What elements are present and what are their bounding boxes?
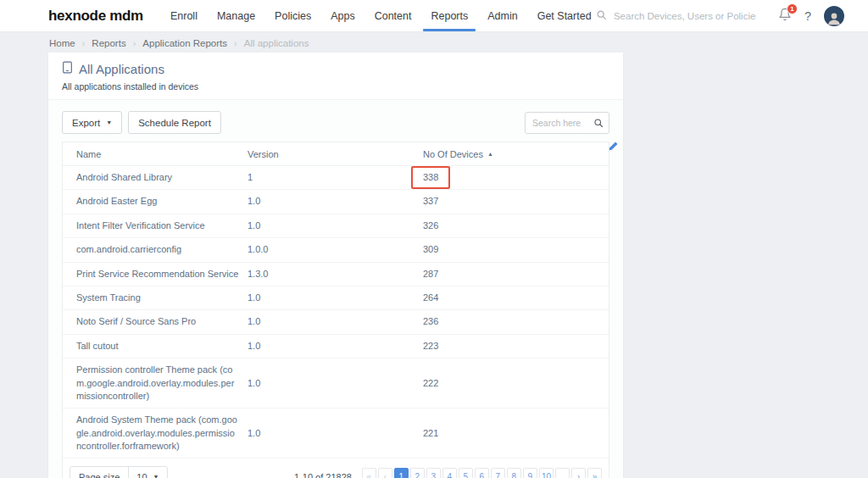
app-name: com.android.carrierconfig [76, 243, 248, 256]
breadcrumb-application-reports[interactable]: Application Reports [142, 38, 227, 48]
export-button-label: Export [72, 118, 100, 128]
device-count: 222 [423, 377, 609, 390]
report-card: All Applications All applications instal… [48, 53, 623, 478]
breadcrumb-separator: › [82, 38, 86, 48]
search-icon[interactable] [593, 118, 604, 128]
app-name: Android System Theme pack (com.google.an… [76, 414, 248, 453]
page-button-7[interactable]: 7 [491, 468, 505, 478]
pagination-ellipsis-button[interactable]: ... [555, 468, 570, 478]
app-name: Android Shared Library [76, 171, 248, 184]
edit-columns-icon[interactable] [608, 140, 619, 155]
table-row[interactable]: Android System Theme pack (com.google.an… [63, 409, 609, 459]
schedule-report-button[interactable]: Schedule Report [128, 111, 221, 134]
table-row[interactable]: com.android.carrierconfig 1.0.0 309 [63, 238, 609, 262]
device-count: 338 [423, 172, 438, 182]
next-page-button[interactable]: › [571, 468, 586, 478]
page-button-8[interactable]: 8 [507, 468, 521, 478]
prev-page-button[interactable]: ‹ [378, 468, 392, 478]
device-count: 221 [423, 427, 609, 440]
report-toolbar: Export ▼ Schedule Report [62, 111, 609, 134]
device-count: 223 [423, 340, 609, 353]
device-count: 287 [423, 268, 609, 281]
breadcrumb: Home › Reports › Application Reports › A… [0, 32, 868, 53]
page-size-value: 10 [136, 472, 147, 478]
table-row[interactable]: Android Shared Library 1 338 [63, 166, 609, 190]
page-button-6[interactable]: 6 [475, 468, 489, 478]
navbar-right: 1 ? [596, 6, 844, 26]
page-button-2[interactable]: 2 [410, 468, 425, 478]
table-row[interactable]: Tall cutout 1.0 223 [63, 335, 609, 358]
app-name: Tall cutout [76, 340, 248, 353]
column-header-version[interactable]: Version [248, 149, 423, 159]
page-button-4[interactable]: 4 [442, 468, 457, 478]
column-header-devices-label: No Of Devices [423, 149, 483, 159]
first-page-button[interactable]: « [362, 468, 376, 478]
global-search-input[interactable] [614, 11, 756, 21]
notifications-button[interactable]: 1 [778, 8, 792, 25]
report-header: All Applications All applications instal… [48, 53, 623, 100]
nav-get-started[interactable]: Get Started [537, 0, 592, 31]
nav-admin[interactable]: Admin [487, 0, 517, 31]
app-logo[interactable]: hexnode mdm [48, 8, 143, 25]
table-row[interactable]: Noto Serif / Source Sans Pro 1.0 236 [63, 310, 609, 334]
search-icon [596, 8, 607, 24]
table-row[interactable]: Android Easter Egg 1.0 337 [63, 190, 609, 214]
breadcrumb-home[interactable]: Home [49, 38, 75, 48]
table-header-row: Name Version No Of Devices ▲ [63, 142, 609, 166]
pagination-bar: Page size 10 ▼ 1-10 of 21828 « ‹ 1 2 3 4… [63, 459, 609, 478]
page-button-9[interactable]: 9 [523, 468, 537, 478]
column-header-devices[interactable]: No Of Devices ▲ [423, 149, 609, 159]
main-nav: Enroll Manage Policies Apps Content Repo… [170, 0, 592, 31]
page-button-10[interactable]: 10 [539, 468, 554, 478]
page-button-1[interactable]: 1 [394, 468, 409, 478]
export-button[interactable]: Export ▼ [62, 111, 122, 134]
nav-enroll[interactable]: Enroll [170, 0, 198, 31]
device-count: 337 [423, 195, 609, 208]
device-count: 236 [423, 315, 609, 328]
app-version: 1.0 [248, 292, 423, 304]
device-count: 326 [423, 220, 609, 232]
page-button-5[interactable]: 5 [459, 468, 473, 478]
table-search [525, 112, 609, 134]
app-name: Noto Serif / Source Sans Pro [76, 315, 248, 328]
app-version: 1.0 [248, 340, 423, 353]
nav-content[interactable]: Content [375, 0, 412, 31]
app-version: 1.0 [248, 427, 423, 440]
app-name: Permission controller Theme pack (com.go… [76, 364, 248, 403]
page-size-control[interactable]: Page size 10 ▼ [70, 466, 168, 478]
app-version: 1 [248, 171, 423, 184]
app-name: System Tracing [76, 292, 248, 304]
highlight-annotation-box: 338 [411, 166, 450, 189]
caret-down-icon: ▼ [153, 474, 159, 478]
table-search-input[interactable] [532, 118, 593, 128]
global-search [596, 8, 762, 24]
avatar[interactable] [824, 6, 844, 26]
nav-policies[interactable]: Policies [275, 0, 311, 31]
table-row[interactable]: System Tracing 1.0 264 [63, 286, 609, 310]
device-count: 264 [423, 292, 609, 304]
table-row[interactable]: Intent Filter Verification Service 1.0 3… [63, 214, 609, 238]
column-header-name[interactable]: Name [76, 149, 248, 159]
help-button[interactable]: ? [804, 9, 811, 23]
page-button-3[interactable]: 3 [426, 468, 441, 478]
device-count: 309 [423, 243, 609, 256]
breadcrumb-current: All applications [244, 38, 309, 48]
app-name: Intent Filter Verification Service [76, 220, 248, 232]
breadcrumb-reports[interactable]: Reports [92, 38, 125, 48]
table-row[interactable]: Print Service Recommendation Service 1.3… [63, 263, 609, 286]
nav-apps[interactable]: Apps [331, 0, 355, 31]
person-icon [826, 9, 843, 26]
caret-down-icon: ▼ [106, 119, 112, 125]
table-row[interactable]: Permission controller Theme pack (com.go… [63, 358, 609, 409]
app-name: Android Easter Egg [76, 195, 248, 208]
breadcrumb-separator: › [133, 38, 136, 48]
page-size-label: Page size [70, 467, 129, 478]
app-version: 1.0 [248, 315, 423, 328]
applications-table: Name Version No Of Devices ▲ Android Sha… [62, 142, 609, 478]
app-version: 1.0 [248, 195, 423, 208]
nav-manage[interactable]: Manage [217, 0, 255, 31]
nav-reports[interactable]: Reports [431, 0, 468, 31]
page-subtitle: All applications installed in devices [62, 81, 609, 92]
app-name: Print Service Recommendation Service [76, 268, 248, 281]
last-page-button[interactable]: » [587, 468, 602, 478]
